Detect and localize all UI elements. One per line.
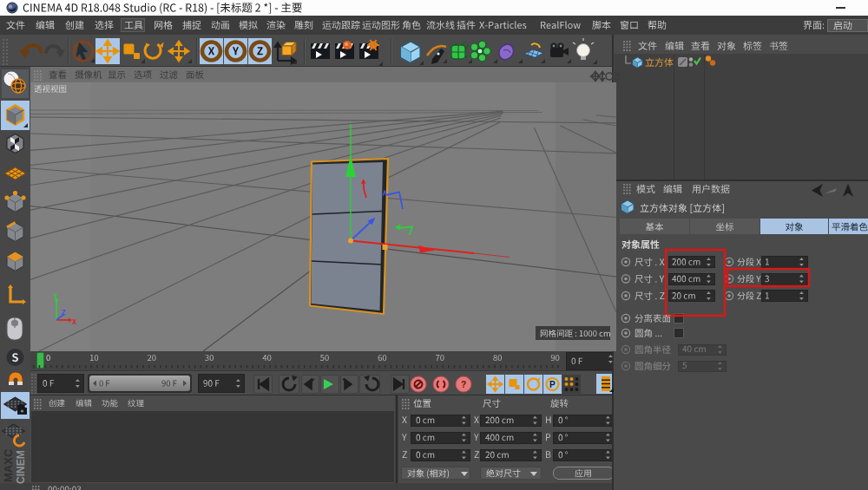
svg-text:MAXC: MAXC (2, 448, 15, 482)
svg-text:?: ? (461, 380, 466, 389)
svg-text:P: P (549, 380, 556, 389)
svg-text:CINEM: CINEM (15, 450, 27, 484)
